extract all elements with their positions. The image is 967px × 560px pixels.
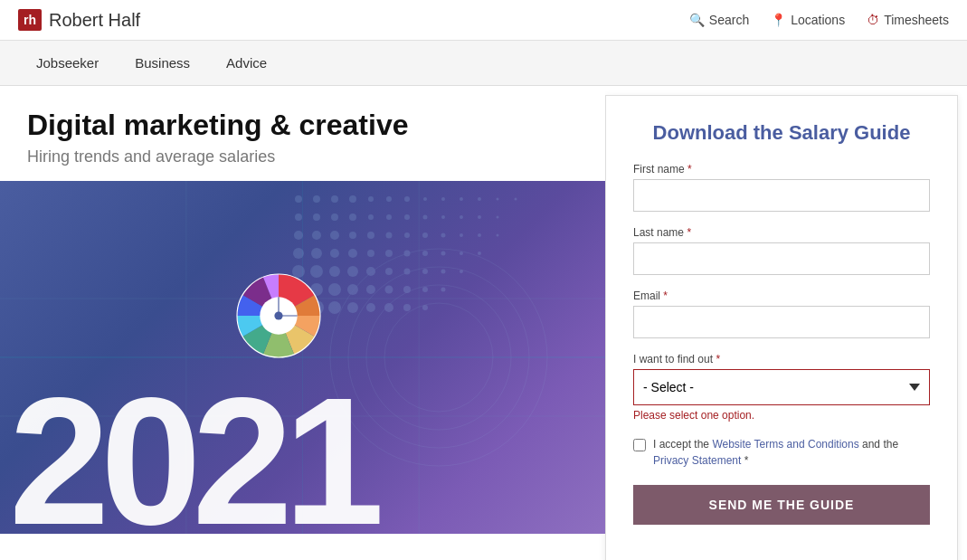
svg-point-17 [497,198,499,201]
svg-point-6 [295,195,302,203]
first-name-group: First name * [633,163,930,212]
svg-point-23 [368,214,374,220]
svg-point-12 [404,196,410,202]
svg-point-69 [385,286,393,294]
left-side: Digital marketing & creative Hiring tren… [0,86,605,560]
svg-point-26 [423,215,428,220]
svg-point-7 [313,195,320,203]
svg-point-72 [441,288,446,292]
timesheets-link[interactable]: ⏱ Timesheets [867,13,949,27]
hero-image: 2021 [0,181,605,534]
svg-point-8 [331,195,338,203]
main-nav: Jobseeker Business Advice [0,41,967,86]
logo-text: Robert Half [49,10,140,31]
logo[interactable]: rh Robert Half [18,9,140,31]
svg-point-43 [293,248,304,259]
last-name-input[interactable] [633,242,930,275]
svg-point-16 [478,197,481,201]
svg-point-71 [422,287,428,292]
first-name-label: First name * [633,163,930,176]
header-links: 🔍 Search 📍 Locations ⏱ Timesheets [689,13,949,27]
svg-point-81 [384,303,493,412]
svg-point-42 [497,234,499,237]
svg-point-25 [404,214,410,220]
svg-point-18 [515,198,517,201]
last-name-group: Last name * [633,226,930,275]
timesheets-icon: ⏱ [867,13,879,27]
select-label: I want to find out * [633,353,930,365]
search-icon: 🔍 [689,13,705,27]
svg-point-79 [403,304,411,311]
svg-point-47 [367,250,374,257]
salary-guide-form-panel: Download the Salary Guide First name * L… [605,95,958,560]
logo-icon: rh [18,9,42,31]
svg-point-29 [478,215,481,219]
svg-point-9 [349,195,356,203]
svg-point-58 [366,267,375,276]
location-icon: 📍 [771,13,786,27]
svg-point-33 [330,231,339,240]
search-label: Search [709,13,749,27]
svg-point-53 [478,252,481,255]
svg-point-67 [347,284,358,295]
svg-point-20 [313,214,320,221]
search-link[interactable]: 🔍 Search [689,13,749,27]
svg-point-76 [347,302,358,313]
email-group: Email * [633,289,930,338]
svg-point-36 [386,233,393,239]
form-title: Download the Salary Guide [633,121,930,145]
email-label: Email * [633,289,930,302]
svg-point-19 [295,214,302,221]
svg-point-77 [366,303,375,312]
nav-jobseeker[interactable]: Jobseeker [18,41,117,85]
last-name-label: Last name * [633,226,930,239]
locations-link[interactable]: 📍 Locations [771,13,845,27]
svg-point-59 [385,268,393,275]
svg-point-51 [441,252,446,256]
email-input[interactable] [633,306,930,338]
svg-point-27 [441,215,445,219]
header: rh Robert Half 🔍 Search 📍 Locations ⏱ Ti… [0,0,967,41]
svg-point-38 [422,233,428,238]
svg-point-83 [348,267,529,448]
svg-point-34 [349,232,356,239]
first-name-input[interactable] [633,179,930,212]
svg-point-62 [441,270,446,274]
svg-point-48 [385,250,393,257]
main-content: Digital marketing & creative Hiring tren… [0,86,967,560]
nav-advice[interactable]: Advice [208,41,285,85]
svg-point-32 [312,231,321,240]
svg-point-14 [441,197,445,201]
select-group: I want to find out * - Select - Hiring t… [633,353,930,422]
svg-point-44 [311,248,322,259]
page-header: Digital marketing & creative Hiring tren… [0,86,605,181]
find-out-select[interactable]: - Select - Hiring trends Average salarie… [633,369,930,405]
svg-point-46 [348,249,357,258]
timesheets-label: Timesheets [884,13,949,27]
page-subtitle: Hiring trends and average salaries [27,147,578,166]
svg-point-40 [460,233,463,237]
svg-point-21 [331,214,338,221]
svg-point-11 [386,196,392,202]
svg-point-28 [460,215,463,219]
svg-point-57 [347,266,358,277]
svg-point-45 [330,249,339,258]
submit-button[interactable]: SEND ME THE GUIDE [633,485,930,525]
checkbox-label: I accept the Website Terms and Condition… [653,436,930,469]
svg-point-30 [497,216,499,219]
nav-business[interactable]: Business [117,41,208,85]
svg-point-31 [294,231,303,240]
terms-link[interactable]: Website Terms and Conditions [712,438,858,451]
svg-point-24 [386,214,392,220]
svg-point-52 [460,252,463,255]
svg-point-13 [423,197,427,201]
terms-checkbox[interactable] [633,439,646,451]
svg-point-41 [478,233,481,237]
colorwheel [226,263,330,367]
svg-point-61 [422,269,428,274]
svg-point-37 [404,233,410,238]
svg-point-35 [367,232,374,239]
privacy-link[interactable]: Privacy Statement [653,454,741,467]
svg-point-50 [422,251,428,256]
page-title: Digital marketing & creative [27,108,578,142]
